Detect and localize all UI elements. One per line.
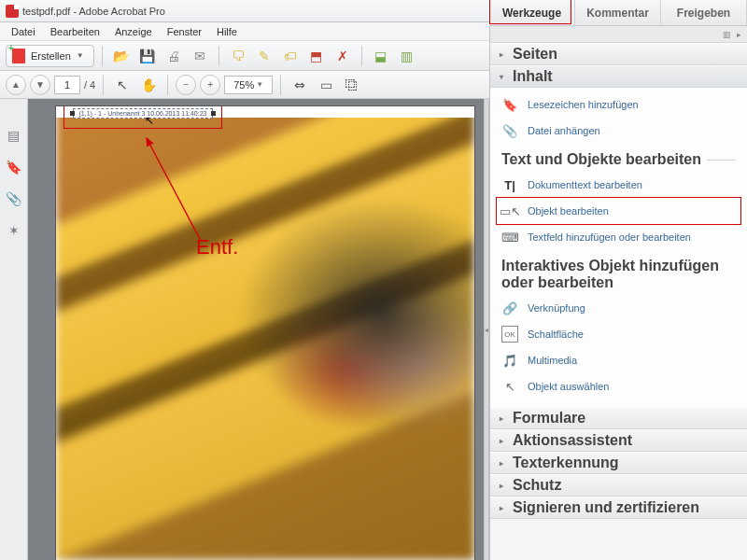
create-button[interactable]: Erstellen ▼ xyxy=(6,45,94,67)
section-sign[interactable]: ▸Signieren und zertifizieren xyxy=(490,497,747,519)
section-label: Formulare xyxy=(513,410,585,427)
extra2-icon[interactable]: ▥ xyxy=(396,45,418,67)
tab-comment[interactable]: Kommentar xyxy=(575,0,661,25)
separator xyxy=(167,75,168,95)
panel-toolbar: ▥ ▸ xyxy=(490,26,747,43)
print-icon[interactable]: 🖨 xyxy=(162,45,185,67)
annotation-highlight-header xyxy=(63,106,222,129)
panel-collapse-icon[interactable]: ▸ xyxy=(737,30,741,39)
chevron-right-icon: ▸ xyxy=(500,504,507,512)
section-label: Schutz xyxy=(513,477,561,494)
menu-edit[interactable]: Bearbeiten xyxy=(43,24,107,39)
mail-icon[interactable]: ✉ xyxy=(189,45,211,67)
signatures-panel-icon[interactable]: ✶ xyxy=(6,222,22,239)
menu-window[interactable]: Fenster xyxy=(160,24,209,39)
tab-tools[interactable]: Werkzeuge xyxy=(489,0,575,25)
section-label: Signieren und zertifizieren xyxy=(513,499,699,516)
item-label: Lesezeichen hinzufügen xyxy=(528,99,639,110)
chevron-right-icon: ▸ xyxy=(500,50,507,59)
section-action-wizard[interactable]: ▸Aktionsassistent xyxy=(490,429,747,452)
menu-file[interactable]: Datei xyxy=(4,24,43,39)
paperclip-icon: 📎 xyxy=(501,122,518,139)
ok-button-icon: OK xyxy=(501,326,518,343)
item-label: Textfeld hinzufügen oder bearbeiten xyxy=(528,231,691,243)
item-add-bookmark[interactable]: 🔖Lesezeichen hinzufügen xyxy=(490,91,747,118)
item-label: Objekt auswählen xyxy=(528,381,609,392)
create-label: Erstellen xyxy=(31,50,71,62)
cursor-icon: ↖ xyxy=(501,378,518,395)
pages-panel-icon[interactable]: ▤ xyxy=(6,127,22,144)
item-multimedia[interactable]: 🎵Multimedia xyxy=(490,347,747,373)
save-icon[interactable]: 💾 xyxy=(136,45,159,67)
item-label: Dokumenttext bearbeiten xyxy=(528,179,642,190)
subhead-label: Interaktives Objekt hinzufügen oder bear… xyxy=(501,258,736,291)
cursor-icon: ↖ xyxy=(145,114,154,127)
section-label: Texterkennung xyxy=(513,455,619,471)
separator xyxy=(103,75,104,95)
item-edit-textfield[interactable]: ⌨Textfeld hinzufügen oder bearbeiten xyxy=(490,224,747,250)
zoom-out-button[interactable]: − xyxy=(176,75,196,95)
sign-icon[interactable]: ✗ xyxy=(331,45,354,67)
item-select-object[interactable]: ↖Objekt auswählen xyxy=(490,373,747,399)
item-edit-doc-text[interactable]: T|Dokumenttext bearbeiten xyxy=(490,172,747,198)
menu-help[interactable]: Hilfe xyxy=(209,24,245,39)
item-label: Verknüpfung xyxy=(528,302,585,314)
fit-width-icon[interactable]: ⇔ xyxy=(289,74,311,96)
tab-share[interactable]: Freigeben xyxy=(661,0,747,25)
chevron-right-icon: ▸ xyxy=(500,459,507,468)
section-pages[interactable]: ▸Seiten xyxy=(490,43,747,65)
bookmarks-panel-icon[interactable]: 🔖 xyxy=(6,159,22,175)
chevron-right-icon: ▸ xyxy=(500,482,507,490)
chevron-right-icon: ▸ xyxy=(500,437,507,445)
stamp-icon[interactable]: 🏷 xyxy=(279,45,302,67)
page-down-button[interactable]: ▼ xyxy=(30,75,50,95)
left-nav-rail: ▤ 🔖 📎 ✶ xyxy=(0,99,28,560)
window-title: testpdf.pdf - Adobe Acrobat Pro xyxy=(22,6,165,17)
link-icon: 🔗 xyxy=(501,300,518,316)
item-label: Objekt bearbeiten xyxy=(528,205,609,217)
open-icon[interactable]: 📂 xyxy=(110,45,133,67)
section-content[interactable]: ▾Inhalt xyxy=(490,65,747,88)
item-edit-object[interactable]: ▭↖ Objekt bearbeiten xyxy=(490,198,747,224)
bookmark-icon: 🔖 xyxy=(501,96,518,113)
subhead-label: Text und Objekte bearbeiten xyxy=(501,151,701,168)
reflow-icon[interactable]: ⿻ xyxy=(341,74,363,96)
highlight-icon[interactable]: ✎ xyxy=(253,45,275,67)
menu-view[interactable]: Anzeige xyxy=(107,24,160,39)
zoom-in-button[interactable]: + xyxy=(200,75,220,95)
select-tool-icon[interactable]: ↖ xyxy=(111,74,134,96)
zoom-value: 75% xyxy=(233,77,254,93)
sticky-note-icon[interactable]: 🗨 xyxy=(227,45,249,67)
page-up-button[interactable]: ▲ xyxy=(6,75,26,95)
hand-tool-icon[interactable]: ✋ xyxy=(137,74,160,96)
fit-page-icon[interactable]: ▭ xyxy=(315,74,337,96)
section-forms[interactable]: ▸Formulare xyxy=(490,407,747,429)
zoom-input[interactable]: 75%▼ xyxy=(224,76,273,94)
separator xyxy=(218,46,219,66)
tools-panel: ▥ ▸ ▸Seiten ▾Inhalt 🔖Lesezeichen hinzufü… xyxy=(489,26,747,560)
section-label: Aktionsassistent xyxy=(513,432,632,449)
section-protection[interactable]: ▸Schutz xyxy=(490,474,747,497)
attach-icon[interactable]: ⬒ xyxy=(305,45,328,67)
section-content-label: Inhalt xyxy=(513,68,553,85)
subheading-interactive: Interaktives Objekt hinzufügen oder bear… xyxy=(490,250,747,295)
multimedia-icon: 🎵 xyxy=(501,352,518,369)
document-viewport[interactable]: (1,1) - 1 - Unbenannt 3 10.06.2013 11:40… xyxy=(28,99,484,560)
attachments-panel-icon[interactable]: 📎 xyxy=(6,190,22,207)
divider xyxy=(707,160,736,161)
annotation-label: Entf. xyxy=(196,235,238,259)
section-content-body: 🔖Lesezeichen hinzufügen 📎Datei anhängen … xyxy=(490,88,747,407)
item-attach-file[interactable]: 📎Datei anhängen xyxy=(490,118,747,144)
extra1-icon[interactable]: ⬓ xyxy=(370,45,392,67)
section-ocr[interactable]: ▸Texterkennung xyxy=(490,452,747,474)
section-pages-label: Seiten xyxy=(513,46,557,63)
right-tabs: Werkzeuge Kommentar Freigeben xyxy=(489,0,747,26)
chevron-right-icon: ▸ xyxy=(500,414,507,423)
panel-menu-icon[interactable]: ▥ xyxy=(723,30,731,39)
item-button[interactable]: OKSchaltfläche xyxy=(490,321,747,347)
page-number-input[interactable]: 1 xyxy=(54,76,80,94)
item-link[interactable]: 🔗Verknüpfung xyxy=(490,295,747,321)
separator xyxy=(361,46,362,66)
chevron-down-icon: ▾ xyxy=(500,73,507,81)
separator xyxy=(280,75,281,95)
